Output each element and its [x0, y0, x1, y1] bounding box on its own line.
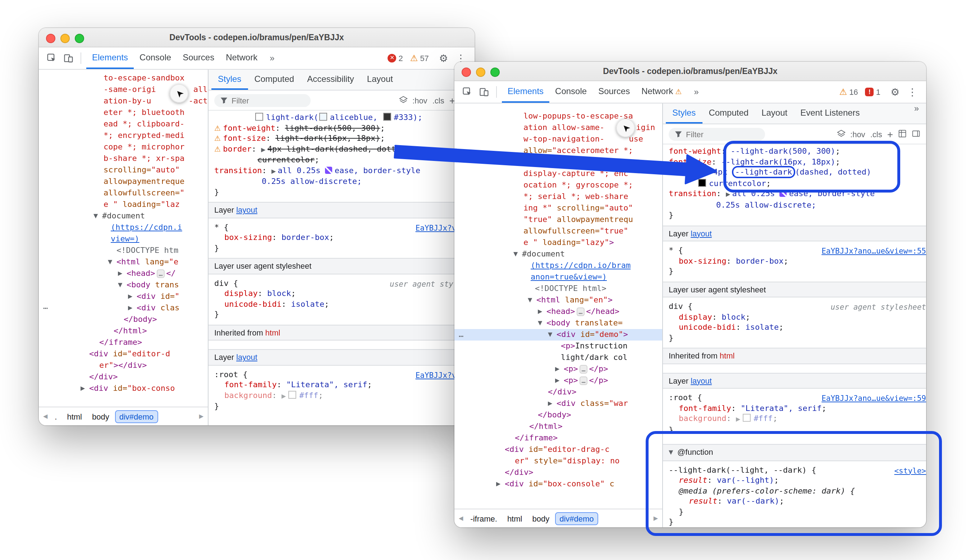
- code-line[interactable]: transition: ▶ all 0.25s ease, border-sty…: [663, 189, 926, 200]
- code-line[interactable]: </html>: [454, 421, 662, 432]
- stylesheet-source-link[interactable]: EaYBJJx?ano…ue&view=:55: [821, 246, 926, 256]
- toggle-hover-state-button[interactable]: :hov: [850, 130, 865, 138]
- code-line[interactable]: EaYBJJx?ano…ue&view=:55* {: [663, 246, 926, 256]
- tab-accessibility[interactable]: Accessibility: [301, 70, 361, 90]
- code-line[interactable]: allowfullscreen=": [39, 188, 208, 199]
- code-line[interactable]: display: block;: [663, 312, 926, 323]
- inherited-node-link[interactable]: html: [720, 351, 735, 360]
- document-url-link[interactable]: (https://cdpn.io/bram: [531, 261, 631, 270]
- bezier-editor-icon[interactable]: [780, 190, 787, 197]
- code-line[interactable]: ▶<div id="box-console" c: [454, 478, 662, 490]
- code-line[interactable]: ⚠ font-weight: light-dark(500, 300);: [209, 123, 475, 134]
- selected-dom-node[interactable]: ▼<div id="demo">: [454, 329, 662, 341]
- code-line[interactable]: (https://cdpn.i: [39, 222, 208, 234]
- code-line[interactable]: }: [663, 425, 926, 436]
- code-line[interactable]: result: var(--dark);: [663, 496, 926, 507]
- code-line[interactable]: anon=true&view=): [454, 272, 662, 283]
- code-line[interactable]: *; serial *; web-share: [454, 191, 662, 203]
- style-editor-grid-icon[interactable]: [898, 128, 907, 141]
- more-panels-button[interactable]: »: [690, 87, 703, 97]
- code-line[interactable]: e " loading="laz: [39, 199, 208, 211]
- tab-console[interactable]: Console: [134, 47, 177, 69]
- section-header[interactable]: Layer layout: [209, 349, 475, 365]
- code-line[interactable]: transition: ▶ all 0.25s ease, border-sty…: [209, 165, 475, 177]
- toggle-hover-state-button[interactable]: :hov: [412, 96, 427, 105]
- tab-layout[interactable]: Layout: [361, 70, 399, 90]
- code-line[interactable]: </body>: [39, 314, 208, 326]
- tab-elements[interactable]: Elements: [86, 47, 134, 69]
- breadcrumb-body[interactable]: body: [528, 512, 554, 525]
- code-line[interactable]: }: [663, 211, 926, 221]
- code-line[interactable]: ▶<div id=": [39, 291, 208, 303]
- code-line[interactable]: EaYBJJx?view=* {: [209, 222, 475, 233]
- code-line[interactable]: ⚠ border: ▶ 4px light-dark(dashed, dotte…: [209, 144, 475, 155]
- code-line[interactable]: ▼#document: [39, 211, 208, 222]
- code-line[interactable]: <div id="editor-d: [39, 349, 208, 360]
- breadcrumb-div#demo[interactable]: div#demo: [555, 512, 598, 525]
- code-line[interactable]: ▶<div class="war: [454, 398, 662, 409]
- tab-sources[interactable]: Sources: [593, 81, 636, 103]
- settings-gear-icon[interactable]: ⚙: [436, 52, 451, 64]
- code-line[interactable]: display-capture *; enc: [454, 168, 662, 180]
- code-line[interactable]: eter *; bluetooth: [39, 107, 208, 118]
- breadcrumb-html[interactable]: html: [62, 410, 86, 423]
- code-line[interactable]: ead *; clipboard-: [39, 118, 208, 130]
- code-line[interactable]: ▶<p>…</p>: [454, 364, 662, 375]
- code-line[interactable]: ▼<html lang="e: [39, 257, 208, 268]
- console-errors-badge[interactable]: ✕ 2: [388, 54, 403, 62]
- inspect-element-icon[interactable]: [44, 51, 59, 65]
- minimize-button[interactable]: [476, 67, 485, 77]
- tab-network[interactable]: Network: [220, 47, 263, 69]
- tab-network[interactable]: Network⚠: [636, 81, 687, 103]
- code-line[interactable]: <p>Instruction: [454, 341, 662, 352]
- breadcrumb-html[interactable]: html: [503, 512, 527, 525]
- document-url-link[interactable]: view=): [111, 234, 140, 244]
- settings-gear-icon[interactable]: ⚙: [888, 86, 902, 98]
- section-header[interactable]: Layer layout: [663, 225, 926, 241]
- code-line[interactable]: e " loading="lazy">: [454, 237, 662, 249]
- code-line[interactable]: cope *; microphor: [39, 141, 208, 153]
- code-line[interactable]: ▼<body trans: [39, 280, 208, 291]
- section-header[interactable]: Inherited from html: [663, 348, 926, 364]
- tab-computed[interactable]: Computed: [248, 70, 301, 90]
- code-line[interactable]: ▼<html lang="en">: [454, 295, 662, 306]
- section-header[interactable]: Layer user agent stylesheet: [209, 258, 475, 274]
- code-line[interactable]: currentcolor;: [209, 155, 475, 165]
- code-line[interactable]: }: [663, 517, 926, 527]
- code-line[interactable]: b-share *; xr-spa: [39, 153, 208, 165]
- code-line[interactable]: currentcolor;: [663, 178, 926, 189]
- tab-sources[interactable]: Sources: [177, 47, 220, 69]
- code-line[interactable]: box-sizing: border-box;: [209, 233, 475, 243]
- close-button[interactable]: [462, 67, 471, 77]
- styles-filter-input[interactable]: [232, 96, 289, 105]
- code-line[interactable]: ocation *; gyroscope *;: [454, 180, 662, 191]
- code-line[interactable]: }: [209, 401, 475, 412]
- styles-filter-input[interactable]: [686, 130, 743, 138]
- code-line[interactable]: @media (prefers-color-scheme: dark) {: [663, 486, 926, 496]
- breadcrumb-scroll-right-icon[interactable]: ▶: [652, 515, 659, 522]
- tab-computed[interactable]: Computed: [702, 103, 755, 124]
- code-line[interactable]: allow="accelerometer *;: [454, 145, 662, 157]
- layer-link[interactable]: layout: [236, 353, 257, 361]
- code-line[interactable]: ▼<body translate=: [454, 318, 662, 329]
- tab-styles[interactable]: Styles: [666, 103, 702, 124]
- code-line[interactable]: background: ▶ #fff;: [209, 390, 475, 401]
- code-line[interactable]: EaYBJJx?view=:root {: [209, 370, 475, 380]
- code-line[interactable]: view=): [39, 234, 208, 245]
- code-line[interactable]: light/dark col: [454, 352, 662, 364]
- dom-overflow-ellipsis[interactable]: …: [43, 302, 48, 311]
- code-line[interactable]: </div>: [454, 386, 662, 398]
- section-header[interactable]: Layer layout: [209, 202, 475, 218]
- breadcrumb-div#demo[interactable]: div#demo: [115, 410, 158, 423]
- element-states-icon[interactable]: [399, 94, 407, 107]
- code-line[interactable]: (https://cdpn.io/bram: [454, 260, 662, 272]
- layer-link[interactable]: layout: [236, 205, 257, 214]
- tab-console[interactable]: Console: [549, 81, 593, 103]
- function-section-header[interactable]: ▼ @function: [663, 444, 926, 461]
- breadcrumb--[interactable]: .: [50, 410, 61, 423]
- console-warnings-badge[interactable]: ⚠ 16: [840, 87, 858, 97]
- code-line[interactable]: }: [209, 187, 475, 198]
- code-line[interactable]: <!DOCTYPE htm: [39, 245, 208, 257]
- code-line[interactable]: </html>: [39, 326, 208, 337]
- section-header[interactable]: Inherited from html: [209, 324, 475, 341]
